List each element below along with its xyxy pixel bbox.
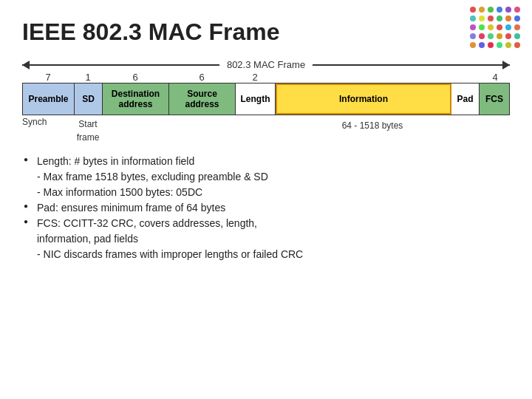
svg-point-17 (514, 24, 520, 30)
svg-point-24 (470, 42, 476, 48)
start-frame-label: Start frame (77, 119, 100, 143)
svg-point-0 (470, 7, 476, 13)
bullet-1-cont-2: - Max information 1500 bytes: 05DC (22, 185, 510, 200)
page-title: IEEE 802.3 MAC Frame (22, 18, 510, 46)
svg-point-3 (497, 7, 502, 13)
svg-point-19 (479, 33, 485, 39)
arrow-left (22, 64, 219, 66)
field-pad: Pad (451, 83, 480, 115)
svg-point-26 (488, 42, 494, 48)
start-group: Start frame (74, 117, 102, 143)
bullet-2: Pad: ensures minimum frame of 64 bytes (22, 200, 510, 216)
bullet-3-cont-2: - NIC discards frames with improper leng… (22, 247, 510, 262)
svg-point-7 (479, 16, 485, 21)
svg-point-29 (514, 42, 520, 48)
svg-point-13 (479, 24, 485, 30)
svg-point-21 (497, 33, 502, 39)
svg-point-25 (479, 42, 485, 48)
svg-point-27 (497, 42, 502, 48)
num-sd: 1 (74, 72, 102, 83)
number-row: 7 1 6 6 2 4 (22, 72, 510, 83)
bytes-label: 64 - 1518 bytes (342, 120, 403, 131)
bullet-list: Length: # bytes in information field - M… (22, 154, 510, 262)
svg-point-8 (488, 16, 494, 21)
arrow-right (313, 64, 510, 66)
num-fcs: 4 (480, 72, 510, 83)
field-information: Information (276, 83, 451, 115)
svg-point-14 (488, 24, 494, 30)
svg-point-2 (488, 7, 494, 13)
svg-point-12 (470, 24, 476, 30)
field-source-address: Sourceaddress (169, 83, 236, 115)
bullet-3-cont-1: information, pad fields (22, 231, 510, 247)
frame-diagram: 802.3 MAC Frame 7 1 6 6 2 4 Preamble SD … (22, 59, 510, 143)
svg-point-20 (488, 33, 494, 39)
num-dest: 6 (102, 72, 168, 83)
bullet-1-cont-1: - Max frame 1518 bytes, excluding preamb… (22, 169, 510, 185)
bullet-1: Length: # bytes in information field (22, 154, 510, 169)
svg-point-5 (514, 7, 520, 13)
synch-group: Synch (22, 117, 74, 127)
bytes-group: 64 - 1518 bytes (235, 117, 510, 132)
svg-point-4 (505, 7, 511, 13)
svg-point-15 (497, 24, 502, 30)
field-fcs: FCS (480, 83, 509, 115)
svg-point-28 (505, 42, 511, 48)
svg-point-6 (470, 16, 476, 21)
svg-point-16 (505, 24, 511, 30)
page: IEEE 802.3 MAC Frame 802.3 MAC Frame 7 1… (0, 0, 532, 399)
arrow-label: 802.3 MAC Frame (219, 59, 313, 70)
arrow-row: 802.3 MAC Frame (22, 59, 510, 70)
svg-point-9 (497, 16, 502, 21)
num-preamble: 7 (22, 72, 74, 83)
svg-point-10 (505, 16, 511, 21)
synch-row: Synch Start frame 64 - 1518 bytes (22, 117, 510, 143)
field-preamble: Preamble (23, 83, 75, 115)
decorative-dots (466, 4, 528, 55)
svg-point-11 (514, 16, 520, 21)
field-sd: SD (75, 83, 103, 115)
bullet-3: FCS: CCITT-32 CRC, covers addresses, len… (22, 216, 510, 231)
field-destination-address: Destinationaddress (103, 83, 169, 115)
svg-point-22 (505, 33, 511, 39)
num-length: 2 (235, 72, 275, 83)
svg-point-18 (470, 33, 476, 39)
fields-row: Preamble SD Destinationaddress Sourceadd… (22, 83, 510, 115)
synch-label: Synch (22, 117, 74, 127)
num-src: 6 (168, 72, 235, 83)
svg-point-1 (479, 7, 485, 13)
field-length: Length (236, 83, 276, 115)
svg-point-23 (514, 33, 520, 39)
